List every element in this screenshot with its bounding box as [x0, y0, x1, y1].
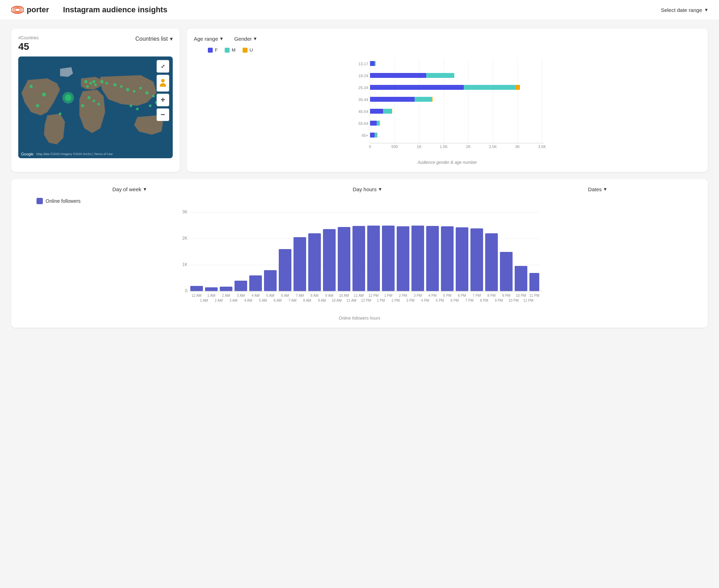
svg-text:4 AM: 4 AM	[252, 294, 260, 298]
age-range-label: Age range	[194, 36, 218, 42]
online-followers-legend-color	[37, 198, 43, 204]
legend-item-u: U	[243, 47, 253, 53]
svg-point-29	[98, 103, 100, 105]
chevron-down-icon: ▾	[604, 186, 607, 192]
map-card: #Countries 45 Countries list ▾	[11, 28, 180, 172]
countries-dropdown[interactable]: Countries list ▾	[136, 35, 173, 42]
svg-text:3 AM: 3 AM	[230, 299, 238, 302]
svg-text:4 PM: 4 PM	[421, 299, 429, 302]
svg-text:65+: 65+	[362, 133, 368, 138]
svg-point-8	[36, 104, 39, 107]
header: porter Instagram audience insights Selec…	[0, 0, 719, 20]
svg-rect-59	[383, 109, 391, 114]
svg-rect-94	[338, 227, 350, 291]
person-icon	[159, 78, 167, 88]
svg-rect-49	[375, 61, 376, 66]
svg-text:0: 0	[185, 288, 187, 293]
svg-text:1 PM: 1 PM	[384, 294, 392, 298]
countries-dropdown-label: Countries list	[136, 36, 168, 42]
gender-dropdown[interactable]: Gender ▾	[234, 35, 257, 42]
svg-text:12 AM: 12 AM	[192, 294, 202, 298]
chevron-down-icon: ▾	[220, 35, 223, 42]
svg-rect-102	[456, 227, 468, 291]
svg-rect-97	[382, 226, 395, 291]
svg-rect-100	[426, 226, 439, 291]
svg-rect-99	[411, 226, 424, 291]
svg-point-31	[81, 104, 84, 107]
svg-rect-93	[323, 229, 336, 291]
svg-text:2.5K: 2.5K	[489, 145, 497, 149]
svg-point-9	[84, 80, 87, 83]
chart-legend: F M U	[208, 47, 701, 53]
svg-rect-95	[352, 226, 365, 291]
svg-rect-85	[205, 287, 218, 291]
online-followers-legend-label: Online followers	[46, 198, 81, 204]
date-range-selector[interactable]: Select date range ▾	[661, 7, 708, 13]
svg-rect-86	[220, 287, 232, 291]
online-followers-chart: 3K 2K 1K 0	[20, 207, 699, 312]
svg-text:12 PM: 12 PM	[369, 294, 379, 298]
svg-rect-92	[308, 233, 321, 291]
svg-text:2 PM: 2 PM	[391, 299, 400, 302]
dates-label: Dates	[588, 186, 602, 192]
dates-dropdown[interactable]: Dates ▾	[588, 186, 607, 192]
zoom-out-button[interactable]: −	[157, 108, 169, 121]
age-gender-chart-label: Audience gender & age number	[194, 160, 701, 165]
world-map	[18, 56, 173, 158]
svg-point-17	[120, 85, 123, 88]
chevron-down-icon: ▾	[254, 35, 257, 42]
svg-text:1K: 1K	[182, 262, 187, 267]
svg-text:3 AM: 3 AM	[237, 294, 245, 298]
svg-text:6 PM: 6 PM	[458, 294, 466, 298]
person-icon-button[interactable]	[157, 75, 169, 92]
svg-text:2 AM: 2 AM	[222, 294, 230, 298]
svg-rect-104	[485, 233, 498, 291]
svg-text:5 AM: 5 AM	[266, 294, 275, 298]
svg-rect-65	[375, 133, 377, 138]
zoom-in-button[interactable]: +	[157, 94, 169, 106]
svg-text:1K: 1K	[417, 145, 422, 149]
gender-label: Gender	[234, 36, 252, 42]
svg-text:10 AM: 10 AM	[339, 294, 349, 298]
svg-point-7	[29, 85, 33, 88]
svg-rect-62	[377, 121, 380, 126]
svg-rect-107	[529, 273, 539, 291]
google-logo: Google	[21, 152, 33, 156]
legend-item-m: M	[225, 47, 236, 53]
day-hours-dropdown[interactable]: Day hours ▾	[352, 186, 381, 192]
map-footer: Google Map data ©2020 Imagery ©2020 NASA…	[21, 152, 113, 156]
svg-point-11	[92, 80, 95, 83]
legend-color-f	[208, 48, 213, 53]
svg-rect-54	[515, 85, 520, 90]
svg-text:8 AM: 8 AM	[311, 294, 319, 298]
day-of-week-label: Day of week	[112, 186, 141, 192]
svg-rect-89	[264, 270, 277, 291]
online-followers-chart-label: Online followers hours	[20, 316, 699, 321]
svg-text:5 PM: 5 PM	[443, 294, 451, 298]
svg-point-26	[130, 105, 132, 107]
svg-text:11 AM: 11 AM	[354, 294, 364, 298]
svg-rect-64	[370, 133, 375, 138]
svg-text:3K: 3K	[515, 145, 520, 149]
svg-rect-101	[441, 226, 454, 291]
day-of-week-dropdown[interactable]: Day of week ▾	[112, 186, 146, 192]
svg-text:7 AM: 7 AM	[289, 299, 297, 302]
svg-text:9 AM: 9 AM	[318, 299, 326, 302]
svg-text:8 PM: 8 PM	[487, 294, 495, 298]
svg-rect-63	[380, 121, 380, 126]
svg-rect-60	[391, 109, 392, 114]
svg-point-10	[90, 82, 92, 85]
svg-rect-53	[464, 85, 515, 90]
svg-text:13-17: 13-17	[358, 62, 368, 66]
date-range-label: Select date range	[661, 7, 702, 13]
age-range-dropdown[interactable]: Age range ▾	[194, 35, 223, 42]
countries-count-label: #Countries	[18, 35, 39, 40]
fullscreen-button[interactable]: ⤢	[157, 60, 169, 73]
svg-rect-50	[370, 73, 426, 78]
day-hours-label: Day hours	[352, 186, 376, 192]
svg-text:12 PM: 12 PM	[361, 299, 371, 302]
svg-text:45-54: 45-54	[358, 109, 368, 114]
age-gender-card: Age range ▾ Gender ▾ F M	[187, 28, 708, 172]
svg-point-5	[65, 94, 71, 101]
chevron-down-icon: ▾	[144, 186, 146, 192]
